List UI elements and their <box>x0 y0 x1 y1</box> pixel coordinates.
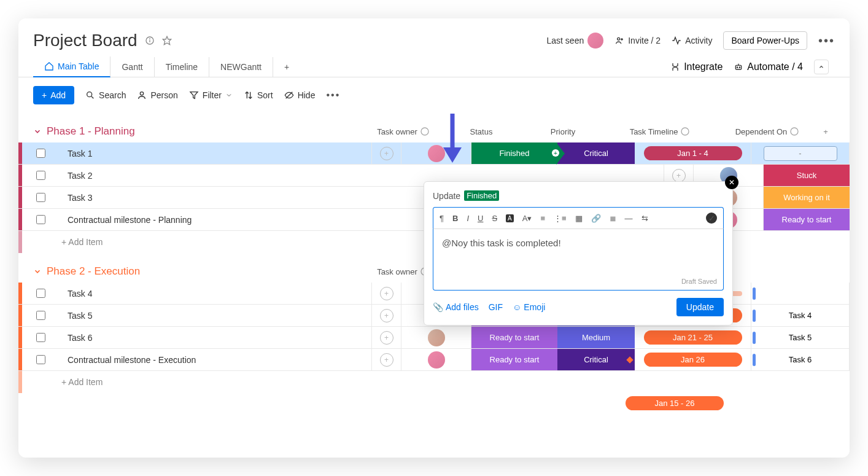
hide-button[interactable]: Hide <box>284 90 316 100</box>
strike-icon[interactable]: S <box>492 214 497 223</box>
tab-timeline[interactable]: Timeline <box>155 57 209 77</box>
status-cell[interactable]: Working on it <box>764 187 850 208</box>
conversation-icon[interactable] <box>380 309 393 322</box>
status-cell[interactable]: Stuck <box>764 165 850 186</box>
task-name[interactable]: Task 6 <box>59 327 372 348</box>
collapse-toggle[interactable] <box>814 60 829 74</box>
person-filter-button[interactable]: Person <box>137 90 177 100</box>
table-icon[interactable]: ▦ <box>575 214 583 223</box>
task-name[interactable]: Task 1 <box>59 142 372 164</box>
timeline-cell[interactable]: Jan 1 - 4 <box>635 142 751 164</box>
svg-point-8 <box>737 67 738 68</box>
table-row[interactable]: Contractual milestone - Execution Ready … <box>18 349 850 371</box>
info-icon[interactable] <box>145 36 155 45</box>
col-priority[interactable]: Priority <box>524 127 602 136</box>
add-button[interactable]: +Add <box>33 86 74 104</box>
filter-button[interactable]: Filter <box>189 90 233 100</box>
dependent-cell[interactable]: Task 4 <box>751 305 850 326</box>
row-checkbox[interactable] <box>22 289 59 298</box>
hr-icon[interactable]: — <box>625 214 633 223</box>
status-cell[interactable]: Ready to start <box>764 209 850 230</box>
underline-icon[interactable]: U <box>478 214 483 223</box>
conversation-icon[interactable] <box>380 287 393 300</box>
link-icon[interactable]: 🔗 <box>591 214 601 223</box>
powerups-button[interactable]: Board Power-Ups <box>723 31 807 50</box>
list-ul-icon[interactable]: ≡ <box>540 214 545 223</box>
task-name[interactable]: Contractual milestone - Execution <box>59 349 372 370</box>
priority-cell[interactable]: Critical <box>557 349 635 370</box>
list-ol-icon[interactable]: ⋮≡ <box>554 214 567 223</box>
clear-format-icon[interactable]: ⇆ <box>641 214 648 223</box>
row-checkbox[interactable] <box>22 193 59 202</box>
tab-newgantt[interactable]: NEWGantt <box>209 57 273 77</box>
align-icon[interactable]: ≣ <box>610 214 616 223</box>
person-plus-icon <box>614 36 624 45</box>
row-checkbox[interactable] <box>22 171 59 180</box>
row-checkbox[interactable] <box>22 311 59 320</box>
timeline-cell[interactable]: Jan 21 - 25 <box>635 327 751 348</box>
font-size-icon[interactable]: A▾ <box>522 214 532 223</box>
bold-icon[interactable]: B <box>452 214 458 223</box>
close-button[interactable]: ✕ <box>725 176 738 189</box>
board-title: Project Board <box>33 31 138 50</box>
emoji-button[interactable]: ☺Emoji <box>513 302 545 312</box>
task-name[interactable]: Task 4 <box>59 283 372 304</box>
tab-gantt[interactable]: Gantt <box>110 57 154 77</box>
filter-icon <box>189 90 199 100</box>
conversation-icon[interactable] <box>380 353 393 367</box>
col-timeline[interactable]: Task Timeline <box>602 127 718 136</box>
timeline-cell[interactable]: Jan 26 <box>635 349 751 370</box>
tab-main-table[interactable]: Main Table <box>33 57 110 77</box>
status-cell[interactable]: Finished+ <box>471 142 557 164</box>
search-button[interactable]: Search <box>85 90 126 100</box>
conversation-icon[interactable] <box>380 147 393 160</box>
col-dependent[interactable]: Dependent On <box>718 127 816 136</box>
row-checkbox[interactable] <box>22 355 59 364</box>
star-icon[interactable] <box>162 36 172 45</box>
last-seen[interactable]: Last seen <box>547 33 604 49</box>
table-row[interactable]: Task 1 Finished+ Critical Jan 1 - 4 - <box>18 142 850 165</box>
task-name[interactable]: Task 5 <box>59 305 372 326</box>
svg-point-20 <box>421 128 428 135</box>
table-row[interactable]: Task 6 Ready to start Medium Jan 21 - 25… <box>18 327 850 349</box>
update-button[interactable]: Update <box>676 298 724 316</box>
dependent-cell[interactable]: Task 5 <box>751 327 850 348</box>
gif-button[interactable]: GIF <box>489 302 503 312</box>
group-title[interactable]: Phase 1 - Planning <box>33 125 135 138</box>
owner-avatar[interactable] <box>428 351 445 369</box>
activity-button[interactable]: Activity <box>672 36 712 45</box>
toolbar-more-icon[interactable]: ••• <box>326 90 340 101</box>
row-checkbox[interactable] <box>22 149 59 158</box>
invite-button[interactable]: Invite / 2 <box>614 36 661 45</box>
chevron-down-icon <box>33 267 42 276</box>
sort-button[interactable]: Sort <box>244 90 273 100</box>
automate-button[interactable]: Automate / 4 <box>734 61 803 72</box>
svg-point-11 <box>87 92 92 97</box>
status-cell[interactable]: Ready to start <box>471 327 557 348</box>
owner-avatar[interactable] <box>428 329 445 346</box>
dependent-cell[interactable]: - <box>751 142 850 164</box>
priority-cell[interactable]: Critical <box>557 142 635 164</box>
integrate-button[interactable]: Integrate <box>670 61 723 72</box>
status-cell[interactable]: Ready to start <box>471 349 557 370</box>
italic-icon[interactable]: I <box>467 214 469 223</box>
row-checkbox[interactable] <box>22 333 59 342</box>
add-view-button[interactable]: + <box>273 57 300 77</box>
row-checkbox[interactable] <box>22 215 59 224</box>
color-icon[interactable]: A <box>506 214 514 222</box>
conversation-icon[interactable] <box>380 331 393 345</box>
dependent-cell[interactable] <box>751 283 850 304</box>
add-files-button[interactable]: 📎Add files <box>433 302 479 312</box>
add-item-button[interactable]: + Add Item <box>18 371 850 393</box>
add-column-button[interactable]: + <box>816 127 835 136</box>
checklist-icon[interactable]: ✓ <box>706 213 717 224</box>
paragraph-icon[interactable]: ¶ <box>440 214 444 223</box>
col-owner[interactable]: Task owner <box>368 127 438 136</box>
conversation-icon[interactable] <box>672 169 686 182</box>
editor-body[interactable]: @Noy this task is completed! Draft Saved <box>433 229 724 291</box>
priority-cell[interactable]: Medium <box>557 327 635 348</box>
more-menu-icon[interactable]: ••• <box>818 34 835 48</box>
group-title[interactable]: Phase 2 - Execution <box>33 265 140 278</box>
dependent-cell[interactable]: Task 6 <box>751 349 850 370</box>
activity-icon <box>672 36 681 45</box>
